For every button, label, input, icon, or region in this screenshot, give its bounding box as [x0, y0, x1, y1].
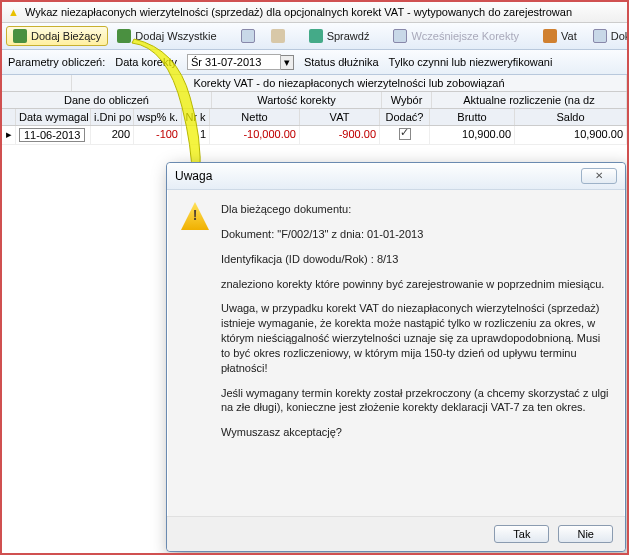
dokume-button[interactable]: Dokume [586, 26, 627, 46]
data-grid: Korekty VAT - do niezapłaconych wierzyte… [2, 75, 627, 145]
plus-icon [13, 29, 27, 43]
sprawdz-button[interactable]: Sprawdź [302, 26, 377, 46]
vat-icon [543, 29, 557, 43]
document-icon [393, 29, 407, 43]
date-dropdown-button[interactable]: ▾ [281, 55, 294, 70]
cell-netto: -10,000.00 [210, 126, 300, 144]
group-wybor: Wybór [382, 92, 432, 108]
cell-nrk: 1 [182, 126, 210, 144]
main-toolbar: Dodaj Bieżący Dodaj Wszystkie Sprawdź Wc… [2, 23, 627, 50]
cell-wsp-k: -100 [134, 126, 182, 144]
table-row[interactable]: ▸ 11-06-2013 200 -100 1 -10,000.00 -900.… [2, 126, 627, 145]
cell-vat: -900.00 [300, 126, 380, 144]
col-wsp-k[interactable]: wsp% k. [134, 109, 182, 125]
window-title-text: Wykaz niezapłaconych wierzytelności (spr… [25, 6, 572, 18]
print-icon-button[interactable] [264, 26, 292, 46]
dialog-line2: Dokument: "F/002/13" z dnia: 01-01-2013 [221, 227, 611, 242]
dokume-label: Dokume [611, 30, 627, 42]
cell-saldo: 10,900.00 [515, 126, 627, 144]
document-icon [593, 29, 607, 43]
dodaj-wszystkie-button[interactable]: Dodaj Wszystkie [110, 26, 223, 46]
col-nrk[interactable]: Nr k [182, 109, 210, 125]
wczesniejsze-label: Wcześniejsze Korekty [411, 30, 519, 42]
dialog-yes-button[interactable]: Tak [494, 525, 549, 543]
vat-label: Vat [561, 30, 577, 42]
group-wartosc: Wartość korekty [212, 92, 382, 108]
col-netto[interactable]: Netto [210, 109, 300, 125]
group-aktualne: Aktualne rozliczenie (na dz [432, 92, 627, 108]
col-vat[interactable]: VAT [300, 109, 380, 125]
doc-icon-button[interactable] [234, 26, 262, 46]
warning-icon [181, 202, 209, 230]
cell-dodac-checkbox[interactable] [399, 128, 411, 140]
col-dni-po[interactable]: i.Dni po [91, 109, 134, 125]
params-bar: Parametry obliczeń: Data korekty ▾ Statu… [2, 50, 627, 75]
check-icon [309, 29, 323, 43]
cell-data-wymagal[interactable]: 11-06-2013 [19, 128, 85, 142]
plus-icon [117, 29, 131, 43]
col-data-wymagal[interactable]: Data wymagal [16, 109, 91, 125]
cell-brutto: 10,900.00 [430, 126, 515, 144]
dialog-close-button[interactable]: ✕ [581, 168, 617, 184]
dodaj-wszystkie-label: Dodaj Wszystkie [135, 30, 216, 42]
col-dodac[interactable]: Dodać? [380, 109, 430, 125]
dialog-line3: Identyfikacja (ID dowodu/Rok) : 8/13 [221, 252, 611, 267]
dodaj-biezacy-label: Dodaj Bieżący [31, 30, 101, 42]
dialog-text: Dla bieżącego dokumentu: Dokument: "F/00… [221, 202, 611, 508]
uwaga-dialog: Uwaga ✕ Dla bieżącego dokumentu: Dokumen… [166, 162, 626, 552]
dialog-title: Uwaga [175, 169, 212, 183]
window-title-bar: ▲ Wykaz niezapłaconych wierzytelności (s… [2, 2, 627, 23]
dialog-line1: Dla bieżącego dokumentu: [221, 202, 611, 217]
cell-dni-po: 200 [91, 126, 134, 144]
col-saldo[interactable]: Saldo [515, 109, 627, 125]
dodaj-biezacy-button[interactable]: Dodaj Bieżący [6, 26, 108, 46]
print-icon [271, 29, 285, 43]
data-korekty-input[interactable] [187, 54, 281, 70]
group-dane: Dane do obliczeń [2, 92, 212, 108]
wczesniejsze-korekty-button: Wcześniejsze Korekty [386, 26, 526, 46]
data-korekty-label: Data korekty [115, 56, 177, 68]
col-brutto[interactable]: Brutto [430, 109, 515, 125]
vat-button[interactable]: Vat [536, 26, 584, 46]
grid-top-header: Korekty VAT - do niezapłaconych wierzyte… [72, 75, 627, 91]
dialog-no-button[interactable]: Nie [558, 525, 613, 543]
document-icon [241, 29, 255, 43]
dialog-line5: Uwaga, w przypadku korekt VAT do niezapł… [221, 301, 611, 375]
dialog-line7: Wymuszasz akceptację? [221, 425, 611, 440]
status-dluznika-label: Status dłużnika [304, 56, 379, 68]
status-dluznika-value: Tylko czynni lub niezweryfikowani [389, 56, 553, 68]
dialog-line4: znaleziono korekty które powinny być zar… [221, 277, 611, 292]
row-selector-icon[interactable]: ▸ [2, 126, 16, 144]
params-label: Parametry obliczeń: [8, 56, 105, 68]
warning-icon: ▲ [8, 6, 19, 18]
dialog-line6: Jeśli wymagany termin korekty został prz… [221, 386, 611, 416]
sprawdz-label: Sprawdź [327, 30, 370, 42]
